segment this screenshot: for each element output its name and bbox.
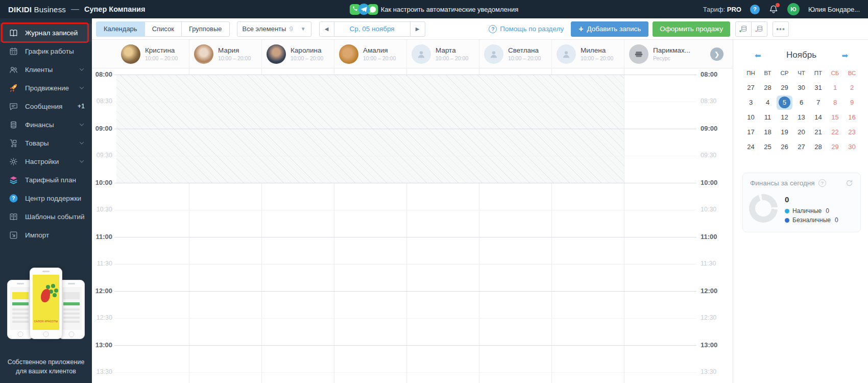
tariff-value: PRO (727, 6, 741, 13)
sidebar-item-tariff[interactable]: Тарифный план (0, 171, 92, 189)
calendar-day[interactable]: 9 (843, 95, 860, 110)
calendar-day[interactable]: 23 (843, 125, 860, 139)
calendar-day[interactable]: 21 (810, 125, 827, 139)
more-actions-button[interactable]: ••• (773, 21, 789, 37)
sidebar-item-goods[interactable]: Товары (0, 134, 92, 152)
notifications-banner-link[interactable]: Как настроить автоматические уведомления (350, 3, 519, 15)
calendar-day[interactable]: 27 (793, 139, 810, 154)
staff-column-header[interactable]: Милена10:00 – 20:00 (551, 40, 624, 68)
sidebar-item-finances[interactable]: Финансы (0, 115, 92, 134)
calendar-day[interactable]: 29 (776, 80, 793, 95)
filter-label: Все элементы (243, 25, 286, 33)
time-label: 09:30 (701, 152, 721, 159)
staff-column-header[interactable]: Марта10:00 – 20:00 (406, 40, 479, 68)
tab-group[interactable]: Групповые (181, 21, 230, 37)
calendar-day[interactable]: 26 (776, 139, 793, 154)
staff-column-header[interactable]: Парикмах...Ресурс (624, 40, 696, 68)
calendar-grid[interactable]: 08:0008:0008:3008:3009:0009:0009:3009:30… (92, 68, 733, 383)
finances-help-icon[interactable]: ? (818, 179, 826, 187)
calendar-day[interactable]: 19 (776, 125, 793, 139)
calendar-day[interactable]: 20 (793, 125, 810, 139)
checkout-sale-button[interactable]: Оформить продажу (653, 21, 730, 37)
staff-column[interactable] (624, 68, 696, 383)
sidebar-item-label: Настройки (25, 158, 59, 165)
calendar-day[interactable]: 7 (810, 95, 827, 110)
calendar-day[interactable]: 10 (742, 110, 759, 125)
calendar-day[interactable]: 11 (759, 110, 776, 125)
calendar-day[interactable]: 28 (759, 80, 776, 95)
user-avatar[interactable]: Ю (787, 3, 800, 15)
calendar-day[interactable]: 17 (742, 125, 759, 139)
calendar-day[interactable]: 30 (843, 139, 860, 154)
promo-caption: Собственное приложение для ваших клиенто… (0, 357, 92, 376)
calendar-day[interactable]: 30 (793, 80, 810, 95)
sidebar-item-label: Клиенты (25, 66, 53, 74)
sidebar-item-messages[interactable]: Сообщения+1 (0, 97, 92, 115)
staff-column-header[interactable]: Мария10:00 – 20:00 (189, 40, 261, 68)
help-icon[interactable]: ? (750, 5, 760, 14)
staff-column-header[interactable]: Светлана10:00 – 20:00 (479, 40, 551, 68)
refresh-icon[interactable] (846, 179, 853, 187)
elements-filter-dropdown[interactable]: Все элементы 9 ▼ (237, 21, 311, 37)
cash-out-button[interactable] (751, 21, 767, 37)
calendar-day[interactable]: 25 (759, 139, 776, 154)
calendar-day[interactable]: 8 (827, 95, 843, 110)
calendar-day[interactable]: 3 (742, 95, 759, 110)
calendar-day[interactable]: 6 (793, 95, 810, 110)
grid-half-hour-line (114, 372, 696, 373)
notifications-bell-icon[interactable] (768, 4, 779, 14)
calendar-day[interactable]: 27 (742, 80, 759, 95)
phone-screen-label: САЛОН КРАСОТЫ (33, 320, 59, 323)
app-promo[interactable]: САЛОН КРАСОТЫ Собственное приложение для… (0, 265, 92, 383)
calendar-day[interactable]: 15 (827, 110, 843, 125)
staff-column-header[interactable]: Каролина10:00 – 20:00 (261, 40, 334, 68)
cash-in-button[interactable] (735, 21, 752, 37)
calendar-day[interactable]: 5 (776, 95, 793, 110)
app-logo[interactable]: DIKIDI Business (8, 5, 66, 14)
calendar-day[interactable]: 2 (843, 80, 860, 95)
sidebar-item-import[interactable]: Импорт (0, 226, 92, 244)
calendar-day[interactable]: 29 (827, 139, 843, 154)
sidebar-item-support[interactable]: ?Центр поддержки (0, 189, 92, 207)
finances-title: Финансы за сегодня (750, 179, 815, 187)
calendar-day[interactable]: 16 (843, 110, 860, 125)
calendar-day[interactable]: 18 (759, 125, 776, 139)
grid-half-hour-line (114, 210, 696, 210)
add-record-button[interactable]: + Добавить запись (571, 21, 648, 37)
calendar-day[interactable]: 31 (810, 80, 827, 95)
company-name[interactable]: Супер Компания (84, 5, 145, 13)
calendar-day[interactable]: 12 (776, 110, 793, 125)
calendar-day[interactable]: 13 (793, 110, 810, 125)
section-help-link[interactable]: ? Помощь по разделу (489, 25, 564, 33)
sidebar-item-schedule[interactable]: График работы (0, 42, 92, 60)
current-date-button[interactable]: Ср, 05 ноября (334, 21, 411, 37)
calendar-day[interactable]: 4 (759, 95, 776, 110)
grid-hour-line (114, 345, 696, 346)
time-label: 13:30 (701, 368, 721, 375)
sidebar-item-templates[interactable]: Шаблоны событий (0, 207, 92, 226)
next-month-arrow-icon[interactable]: ➡ (841, 52, 848, 59)
calendar-day[interactable]: 22 (827, 125, 843, 139)
time-label: 10:00 (701, 179, 721, 186)
sidebar-item-promotion[interactable]: Продвижение (0, 79, 92, 97)
tariff-label[interactable]: Тариф: PRO (703, 6, 741, 13)
staff-column-header[interactable]: Кристина10:00 – 20:00 (116, 40, 189, 68)
sidebar-item-clients[interactable]: Клиенты (0, 60, 92, 79)
tab-calendar[interactable]: Календарь (96, 21, 145, 37)
prev-month-arrow-icon[interactable]: ⬅ (755, 52, 761, 59)
staff-column-header[interactable]: Амалия10:00 – 20:00 (334, 40, 406, 68)
calendar-day[interactable]: 24 (742, 139, 759, 154)
next-day-button[interactable]: ▶ (410, 21, 425, 37)
calendar-day[interactable]: 14 (810, 110, 827, 125)
tab-list[interactable]: Список (144, 21, 182, 37)
user-name[interactable]: Юлия Бондаре... (808, 6, 860, 13)
grid-hour-line (114, 291, 696, 292)
calendar-day[interactable]: 1 (827, 80, 843, 95)
sidebar-item-settings[interactable]: Настройки (0, 152, 92, 171)
staff-scroll-next-button[interactable]: ❯ (710, 47, 724, 61)
sidebar-item-journal[interactable]: Журнал записей (0, 23, 92, 42)
grid-hour-line (114, 75, 696, 75)
calendar-day[interactable]: 28 (810, 139, 827, 154)
prev-day-button[interactable]: ◀ (319, 21, 334, 37)
coins-plus-icon (739, 24, 748, 34)
